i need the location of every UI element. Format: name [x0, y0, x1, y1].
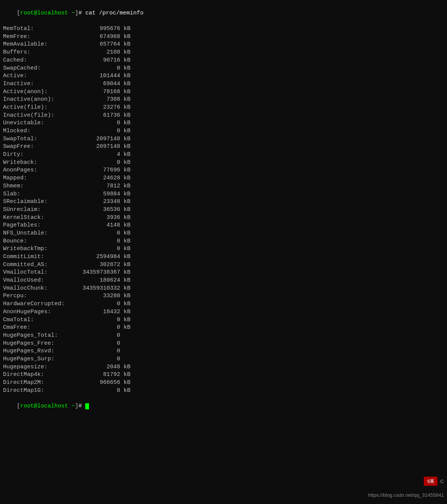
- meminfo-row: HugePages_Rsvd: 0: [3, 347, 444, 355]
- meminfo-unit: kB: [120, 159, 130, 166]
- meminfo-row: WritebackTmp: 0 kB: [3, 245, 444, 253]
- meminfo-unit: kB: [120, 112, 130, 119]
- url-bar: https://blog.csdn.net/qq_31455841: [368, 492, 444, 498]
- meminfo-unit: kB: [120, 293, 130, 299]
- meminfo-row: Active(file): 23276 kB: [3, 104, 444, 112]
- meminfo-key: Dirty:: [3, 151, 79, 159]
- meminfo-row: Unevictable: 0 kB: [3, 119, 444, 127]
- meminfo-unit: kB: [120, 73, 130, 79]
- meminfo-value: 0: [79, 387, 120, 395]
- meminfo-row: SwapTotal: 2097148 kB: [3, 135, 444, 143]
- meminfo-value: 7308: [79, 96, 120, 104]
- meminfo-row: Hugepagesize: 2048 kB: [3, 363, 444, 371]
- meminfo-value: 0: [79, 332, 120, 340]
- meminfo-row: AnonHugePages: 18432 kB: [3, 308, 444, 316]
- meminfo-key: Mapped:: [3, 174, 79, 182]
- meminfo-row: Shmem: 7812 kB: [3, 182, 444, 190]
- meminfo-key: Shmem:: [3, 182, 79, 190]
- watermark-logo: S英: [424, 477, 437, 486]
- meminfo-unit: kB: [120, 104, 130, 111]
- meminfo-key: Mlocked:: [3, 127, 79, 135]
- meminfo-key: KernelStack:: [3, 214, 79, 222]
- terminal-container: [root@localhost ~]# cat /proc/meminfo Me…: [3, 2, 444, 418]
- meminfo-unit: kB: [120, 120, 130, 126]
- meminfo-key: Active(anon):: [3, 88, 79, 96]
- meminfo-key: HugePages_Free:: [3, 340, 79, 348]
- bottom-prompt: [root@localhost ~]#: [3, 395, 444, 418]
- meminfo-value: 180624: [79, 277, 120, 285]
- meminfo-value: 0: [79, 159, 120, 167]
- meminfo-unit: kB: [120, 167, 130, 173]
- meminfo-value: 0: [79, 347, 120, 355]
- meminfo-key: SReclaimable:: [3, 198, 79, 206]
- meminfo-unit: kB: [120, 143, 130, 150]
- meminfo-value: 657764: [79, 41, 120, 49]
- meminfo-key: HugePages_Total:: [3, 332, 79, 340]
- meminfo-unit: kB: [120, 25, 130, 32]
- meminfo-key: HugePages_Rsvd:: [3, 347, 79, 355]
- meminfo-value: 0: [79, 119, 120, 127]
- meminfo-unit: kB: [120, 89, 130, 95]
- meminfo-row: Active: 101444 kB: [3, 72, 444, 80]
- meminfo-row: Inactive(anon): 7308 kB: [3, 96, 444, 104]
- meminfo-unit: kB: [120, 222, 130, 228]
- meminfo-value: 78168: [79, 88, 120, 96]
- meminfo-unit: kB: [120, 136, 130, 142]
- meminfo-unit: kB: [120, 285, 130, 292]
- meminfo-unit: kB: [120, 65, 130, 71]
- meminfo-unit: kB: [120, 309, 130, 315]
- meminfo-unit: kB: [120, 317, 130, 323]
- meminfo-unit: kB: [120, 175, 130, 181]
- meminfo-unit: kB: [120, 96, 130, 103]
- meminfo-row: Inactive: 69044 kB: [3, 80, 444, 88]
- meminfo-row: DirectMap4k: 81792 kB: [3, 371, 444, 379]
- meminfo-row: Mapped: 24628 kB: [3, 174, 444, 182]
- meminfo-key: Bounce:: [3, 238, 79, 246]
- meminfo-value: 0: [79, 238, 120, 246]
- meminfo-key: SwapCached:: [3, 65, 79, 73]
- meminfo-unit: kB: [120, 33, 130, 40]
- meminfo-unit: kB: [120, 151, 130, 158]
- meminfo-unit: kB: [120, 81, 130, 87]
- meminfo-row: Inactive(file): 61736 kB: [3, 112, 444, 120]
- meminfo-key: MemFree:: [3, 33, 79, 41]
- meminfo-value: 995676: [79, 25, 120, 33]
- meminfo-key: CmaTotal:: [3, 316, 79, 324]
- meminfo-value: 4: [79, 151, 120, 159]
- meminfo-value: 77696: [79, 166, 120, 174]
- meminfo-value: 0: [79, 355, 120, 363]
- meminfo-value: 674968: [79, 33, 120, 41]
- meminfo-value: 966656: [79, 379, 120, 387]
- meminfo-unit: kB: [120, 128, 130, 134]
- meminfo-row: Mlocked: 0 kB: [3, 127, 444, 135]
- meminfo-value: 2048: [79, 363, 120, 371]
- meminfo-key: MemAvailable:: [3, 41, 79, 49]
- meminfo-unit: kB: [120, 191, 130, 197]
- meminfo-key: Percpu:: [3, 292, 79, 300]
- meminfo-value: 4148: [79, 222, 120, 230]
- meminfo-row: Bounce: 0 kB: [3, 238, 444, 246]
- meminfo-value: 101444: [79, 72, 120, 80]
- meminfo-key: VmallocTotal:: [3, 269, 79, 277]
- meminfo-key: HardwareCorrupted:: [3, 300, 79, 308]
- meminfo-row: VmallocUsed: 180624 kB: [3, 277, 444, 285]
- meminfo-key: VmallocChunk:: [3, 285, 79, 293]
- meminfo-unit: kB: [120, 230, 130, 236]
- meminfo-unit: kB: [120, 214, 130, 221]
- meminfo-value: 18432: [79, 308, 120, 316]
- meminfo-row: VmallocChunk: 34359310332 kB: [3, 285, 444, 293]
- meminfo-unit: kB: [120, 246, 130, 252]
- meminfo-unit: kB: [120, 262, 130, 268]
- meminfo-key: HugePages_Surp:: [3, 355, 79, 363]
- meminfo-key: Cached:: [3, 57, 79, 65]
- meminfo-unit: kB: [120, 277, 130, 284]
- watermark-tagline: ·C: [439, 479, 444, 484]
- meminfo-unit: kB: [120, 364, 130, 370]
- meminfo-row: HugePages_Free: 0: [3, 340, 444, 348]
- meminfo-value: 34359738367: [79, 269, 120, 277]
- meminfo-key: Inactive:: [3, 80, 79, 88]
- cursor: [85, 403, 89, 409]
- meminfo-value: 23348: [79, 198, 120, 206]
- meminfo-key: MemTotal:: [3, 25, 79, 33]
- meminfo-key: AnonHugePages:: [3, 308, 79, 316]
